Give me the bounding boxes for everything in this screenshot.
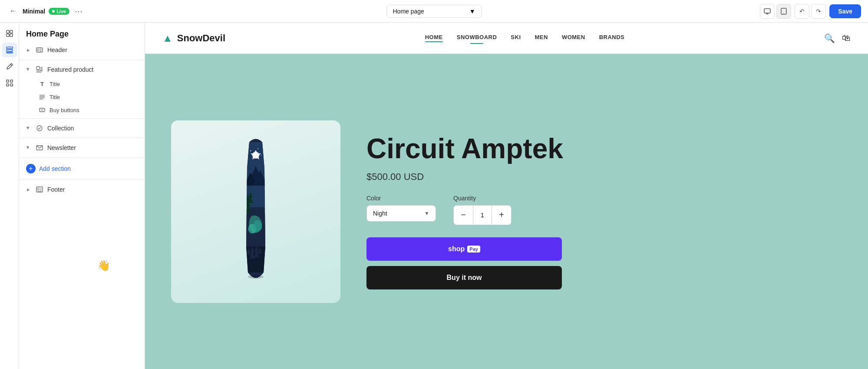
product-price: $500.00 USD [366, 171, 842, 183]
svg-rect-5 [7, 34, 9, 37]
logo-icon: ▲ [162, 32, 173, 44]
section-item-footer[interactable]: ► Footer [19, 182, 145, 197]
quantity-label: Quantity [453, 195, 512, 202]
newsletter-label: Newsletter [47, 144, 138, 151]
cursor: 👋 [97, 259, 110, 272]
nav-home[interactable]: HOME [425, 34, 443, 42]
quantity-option-group: Quantity − 1 + [453, 195, 512, 225]
pay-badge: Pay [467, 246, 480, 253]
sidebar-item-apps[interactable] [2, 76, 17, 90]
add-section-label: Add section [39, 165, 71, 172]
main-layout: Home Page ► Header ► [0, 23, 868, 369]
sub-item-title[interactable]: T Title [19, 77, 145, 90]
footer-chevron: ► [26, 187, 31, 192]
pages-icon [6, 30, 13, 37]
product-title: Circuit Amptek [366, 133, 842, 164]
quantity-control: − 1 + [453, 205, 512, 225]
cart-icon[interactable]: 🛍 [842, 33, 851, 43]
save-button[interactable]: Save [829, 4, 861, 18]
store-logo: ▲ SnowDevil [162, 32, 225, 44]
sub-label-buy-buttons: Buy buttons [50, 107, 79, 113]
color-option-group: Color Night ▼ [366, 195, 436, 225]
shop-pay-button[interactable]: shop Pay [366, 237, 562, 261]
svg-point-39 [250, 150, 251, 151]
undo-button[interactable]: ↶ [795, 4, 809, 19]
title-icon: T [38, 80, 46, 88]
mobile-view-button[interactable] [776, 4, 791, 19]
section-item-collection[interactable]: ► Collection 👋 [19, 120, 145, 136]
svg-point-41 [261, 155, 262, 156]
buy-now-button[interactable]: Buy it now [366, 266, 562, 289]
svg-point-31 [37, 126, 42, 131]
svg-point-2 [783, 13, 784, 13]
collection-icon [35, 124, 44, 133]
redo-button[interactable]: ↷ [811, 4, 826, 19]
collection-chevron: ► [26, 126, 31, 131]
featured-product-chevron: ► [26, 67, 31, 72]
nav-men[interactable]: MEN [535, 34, 548, 42]
sidebar-item-sections[interactable] [2, 43, 17, 57]
sidebar-item-theme[interactable] [2, 59, 17, 74]
store-preview: ▲ SnowDevil HOME SNOWBOARD SKI MEN WOMEN… [145, 23, 868, 369]
sections-icon [6, 46, 13, 54]
section-item-featured-product[interactable]: ► Featured product [19, 62, 145, 77]
svg-rect-4 [10, 30, 13, 33]
svg-rect-12 [7, 84, 9, 86]
quantity-decrease-button[interactable]: − [454, 206, 473, 225]
svg-rect-10 [7, 80, 9, 82]
back-button[interactable]: ← [7, 5, 19, 17]
desktop-icon [764, 8, 771, 15]
store-name: Minimal [23, 8, 45, 15]
add-section-circle-icon: + [26, 164, 36, 173]
brush-icon [6, 63, 13, 70]
store-header-actions: 🔍 🛍 [824, 33, 851, 43]
nav-brands[interactable]: BRANDS [599, 34, 625, 42]
svg-rect-34 [37, 188, 39, 190]
color-select[interactable]: Night ▼ [366, 205, 436, 222]
svg-rect-3 [7, 30, 9, 33]
page-selector-chevron: ▼ [469, 8, 475, 15]
header-label: Header [47, 47, 138, 53]
quantity-increase-button[interactable]: + [492, 206, 511, 225]
newsletter-icon [35, 143, 44, 152]
live-badge: Live [49, 8, 69, 15]
svg-point-40 [257, 148, 258, 149]
section-item-header[interactable]: ► Header [19, 42, 145, 58]
page-selector[interactable]: Home page ▼ [386, 5, 482, 18]
sub-item-text[interactable]: Title [19, 90, 145, 103]
svg-rect-7 [7, 47, 13, 49]
store-logo-text: SnowDevil [177, 33, 225, 44]
sub-label-title: Title [50, 81, 60, 87]
color-chevron-icon: ▼ [424, 210, 429, 216]
header-chevron: ► [26, 47, 31, 53]
nav-women[interactable]: WOMEN [562, 34, 585, 42]
color-label: Color [366, 195, 436, 202]
nav-ski[interactable]: SKI [511, 34, 521, 42]
nav-snowboard[interactable]: SNOWBOARD [457, 34, 497, 42]
live-label: Live [56, 9, 66, 14]
mobile-icon [781, 8, 787, 15]
icon-sidebar [0, 23, 19, 369]
color-value: Night [373, 210, 421, 217]
more-button[interactable]: ⋯ [73, 5, 84, 18]
page-selector-text: Home page [393, 8, 424, 15]
sub-item-buy-buttons[interactable]: Buy buttons [19, 103, 145, 116]
svg-point-62 [248, 275, 264, 279]
sidebar-item-pages[interactable] [2, 26, 17, 41]
topbar: ← Minimal Live ⋯ Home page ▼ [0, 0, 868, 23]
add-section-button[interactable]: + Add section [19, 160, 145, 178]
header-icon [35, 46, 44, 54]
svg-rect-9 [7, 52, 13, 53]
svg-rect-0 [764, 9, 770, 13]
sub-label-text: Title [50, 94, 60, 100]
buy-buttons-group: shop Pay Buy it now [366, 237, 842, 289]
store-nav: HOME SNOWBOARD SKI MEN WOMEN BRANDS [425, 34, 625, 42]
quantity-value: 1 [473, 206, 492, 225]
search-icon[interactable]: 🔍 [824, 33, 835, 43]
text-icon [38, 93, 46, 101]
svg-rect-19 [36, 66, 40, 70]
svg-rect-6 [10, 34, 13, 37]
desktop-view-button[interactable] [760, 4, 775, 19]
store-header: ▲ SnowDevil HOME SNOWBOARD SKI MEN WOMEN… [145, 23, 868, 54]
section-item-newsletter[interactable]: ► Newsletter [19, 140, 145, 156]
